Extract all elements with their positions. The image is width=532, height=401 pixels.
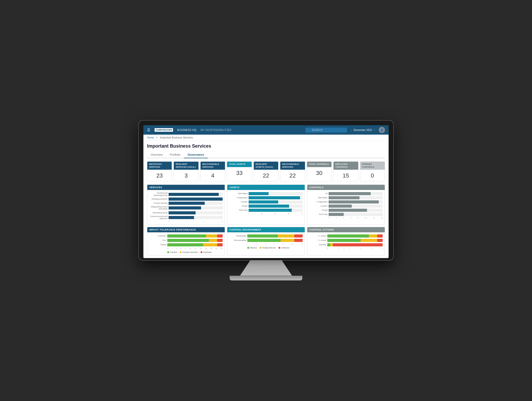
control-env-chart: CONTROL ENVIRONMENT Vulnerability (227, 227, 305, 255)
bar-track-4 (169, 211, 223, 214)
kpi-deployed-controls[interactable]: DEPLOYED CONTROLS 15 (333, 161, 358, 181)
kpi-total-controls[interactable]: TOTAL CONTROLS 30 (307, 161, 332, 181)
ctrl-act-part-0 (369, 234, 377, 238)
controls-bar-fill-5 (329, 213, 344, 216)
impact-tolerance-chart: IMPACT TOLERANCE PERFORMANCE Customer (147, 227, 225, 255)
impact-seg-tol-1 (167, 239, 209, 242)
c-axis-6: 12 (373, 217, 375, 219)
ctrl-act-track-0 (327, 234, 383, 238)
assets-bar-fill-3 (249, 205, 289, 208)
kpi-resilient-services[interactable]: RESILIENT SERVICES (VULN.) 3 (174, 161, 198, 181)
monitor-base (230, 276, 302, 280)
controls-bar-fill-0 (329, 192, 371, 195)
kpi-resilient-services-label: RESILIENT SERVICES (VULN.) (174, 162, 198, 170)
charts-row-1: SERVICES Investing and distributing fund… (147, 185, 385, 225)
ctrl-act-label-2: Overdue (309, 244, 326, 246)
nav-my-responsibilities[interactable]: MY RESPONSIBILITIES (201, 129, 231, 132)
legend-dot-intolerable (201, 251, 202, 253)
impact-track-0 (167, 234, 223, 238)
impact-seg-part-2 (203, 243, 217, 246)
bar-track-5 (169, 216, 223, 219)
a-axis-1: 10 (261, 213, 263, 214)
kpi-total-assets[interactable]: TOTAL ASSETS 33 (227, 161, 252, 181)
legend-dot-tolerable (167, 251, 169, 253)
impact-tolerance-title: IMPACT TOLERANCE PERFORMANCE (147, 227, 225, 232)
kpi-recoverable-services[interactable]: RECOVERABLE SERVICES 4 (200, 161, 225, 181)
brand: CORPORATER (155, 128, 173, 132)
assets-bar-label-0: Data Object (229, 193, 248, 195)
controls-bar-fill-1 (329, 196, 360, 199)
kpi-resilient-assets[interactable]: RESILIENT ASSETS (VULN.) 22 (254, 161, 278, 181)
breadcrumb-separator: > (156, 136, 157, 139)
assets-bar-row-4: Third Party (229, 209, 303, 212)
c-axis-3: 6 (350, 217, 351, 219)
bar-label-3: Safeguarding money and assets (149, 206, 168, 210)
services-chart-title: SERVICES (147, 185, 225, 190)
ctrl-env-ineff-1 (294, 239, 303, 242)
kpi-recoverable-services2[interactable]: RECOVERABLE SERVICES 22 (280, 161, 305, 181)
kpi-important-services-label: IMPORTANT SERVICES (147, 162, 172, 170)
assets-bar-track-4 (249, 209, 303, 212)
ctrl-env-legend: Effective Partially Effective Ineffectiv… (229, 247, 303, 249)
date-prev-icon[interactable]: ‹ (351, 129, 352, 132)
impact-track-1 (167, 239, 223, 242)
axis-2: 2 (204, 221, 205, 222)
ctrl-env-row-1: Recoverability (229, 239, 303, 242)
tab-portfolio[interactable]: Portfolio (166, 152, 184, 158)
legend-intolerable-label: Intolerable (203, 251, 212, 253)
date-next-icon[interactable]: › (374, 129, 375, 132)
legend-partial-label: Partially Intolerable (182, 251, 198, 253)
bar-track-1 (169, 198, 223, 201)
kpi-recoverable-services-value: 4 (201, 170, 225, 181)
controls-bar-track-1 (329, 196, 383, 199)
controls-axis: 0 2 4 6 8 10 12 14 (309, 217, 383, 219)
kpi-total-controls-label: TOTAL CONTROLS (307, 162, 331, 167)
ctrl-env-row-0: Vulnerability (229, 234, 303, 238)
ctrl-act-row-2: Overdue (309, 243, 383, 246)
bar-fill-0 (169, 193, 219, 196)
assets-bar-fill-0 (249, 192, 269, 195)
ctrl-env-track-0 (247, 234, 303, 238)
controls-bar-row-1: Data Object (309, 196, 383, 199)
avatar-icon: 👤 (380, 129, 383, 132)
navbar-menu: BUSINESS HQ MY RESPONSIBILITIES (177, 129, 301, 132)
legend-dot-effective (247, 247, 249, 249)
kpi-important-services[interactable]: IMPORTANT SERVICES 23 (147, 161, 172, 181)
nav-business-hq[interactable]: BUSINESS HQ (177, 129, 196, 132)
controls-bar-track-5 (329, 213, 383, 216)
controls-chart: CONTROLS All Data Object (307, 185, 385, 225)
hamburger-icon[interactable]: ☰ (147, 128, 150, 132)
page-title: Important Business Services (147, 143, 385, 149)
legend-ineffective: Ineffective (278, 247, 289, 249)
bar-fill-1 (169, 198, 223, 201)
bar-track-2 (169, 202, 223, 205)
monitor-frame: ☰ CORPORATER BUSINESS HQ MY RESPONSIBILI… (139, 121, 393, 260)
kpi-pending-controls-label: PENDING CONTROLS (360, 162, 385, 170)
bar-label-0: Investing and distributing funds (149, 192, 168, 196)
controls-bar-track-2 (329, 200, 383, 203)
search-input[interactable] (305, 128, 347, 133)
tabs: Overview Portfolio Governance (147, 152, 385, 158)
ctrl-env-ineff-0 (294, 234, 303, 238)
tab-governance[interactable]: Governance (184, 152, 208, 158)
tab-overview[interactable]: Overview (147, 152, 166, 158)
services-chart-body: Investing and distributing funds Managin… (147, 190, 225, 224)
breadcrumb-home[interactable]: Home (147, 136, 154, 139)
impact-track-2 (167, 243, 223, 246)
legend-effective-label: Effective (250, 247, 257, 249)
avatar[interactable]: 👤 (379, 127, 385, 133)
kpi-pending-controls[interactable]: PENDING CONTROLS 0 (360, 161, 385, 181)
kpi-recoverable-services-label: RECOVERABLE SERVICES (201, 162, 225, 170)
ctrl-act-ineff-0 (377, 234, 383, 238)
assets-bar-track-0 (249, 192, 303, 195)
control-actions-chart: CONTROL ACTIONS > 1 month (307, 227, 385, 255)
impact-label-0: Customer (149, 235, 166, 237)
kpi-recoverable-services2-value: 22 (280, 170, 305, 181)
controls-bar-fill-4 (329, 209, 367, 212)
legend-partially-effective: Partially Effective (260, 247, 276, 249)
controls-bar-label-5: Third Party (309, 213, 328, 215)
ctrl-act-ineff-1 (377, 239, 383, 242)
date-navigator: ‹ December 2021 › (351, 129, 375, 132)
a-axis-0: 0 (249, 213, 249, 214)
bar-label-4: Onboarding clients (149, 212, 168, 214)
